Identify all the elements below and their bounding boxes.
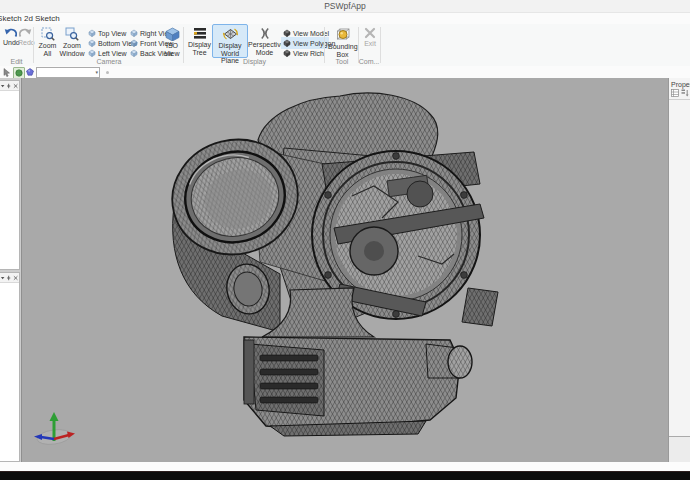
tab-2d-sketch[interactable]: 2d Sketch (24, 14, 60, 23)
view-cube-icon (88, 49, 96, 57)
view-cube-icon (130, 39, 138, 47)
view-mode-cube-icon (283, 39, 291, 47)
properties-toolbar (669, 89, 690, 100)
zoom-all-label: Zoom All (37, 42, 58, 57)
bounding-box-button[interactable]: Bounding Box (327, 24, 358, 58)
exit-button[interactable]: Exit (360, 24, 380, 58)
group-separator (324, 27, 325, 63)
orientation-axis-triad (31, 408, 77, 454)
redo-icon (19, 27, 32, 38)
panel-titlebar (0, 273, 19, 283)
camera-group-label: Camera (36, 58, 182, 65)
display-group-label: Display (186, 58, 323, 65)
ribbon-tab-row: 3d Sketch 2d Sketch (0, 13, 690, 24)
zoom-all-button[interactable]: Zoom All (36, 24, 59, 58)
left-dock-panel-bottom[interactable] (0, 272, 20, 462)
chevron-down-icon: ▾ (95, 70, 98, 75)
display-world-plane-button[interactable]: Display World Plane (212, 24, 248, 58)
3d-viewport[interactable] (21, 78, 669, 462)
left-dock-panel-top[interactable] (0, 80, 20, 270)
zoom-all-icon (41, 27, 55, 41)
properties-panel-title: Properties (669, 78, 690, 89)
point-tool-icon (26, 68, 34, 76)
view-mode-cube-icon (283, 49, 291, 57)
view-cube-icon (88, 39, 96, 47)
group-separator (33, 27, 34, 63)
window-titlebar: PSWpfApp (0, 0, 690, 13)
perspective-mode-label: Perspective Mode (248, 41, 281, 56)
overflow-dot[interactable] (106, 71, 109, 74)
display-tree-icon (193, 27, 207, 40)
zoom-window-label: Zoom Window (59, 42, 85, 57)
bounding-box-label: Bounding Box (328, 43, 357, 58)
close-icon[interactable] (13, 275, 18, 281)
panel-bottom-section (669, 437, 690, 462)
exit-icon (364, 27, 376, 39)
main-area: Properties (0, 78, 690, 462)
edit-group-label: Edit (0, 58, 33, 65)
view-mode-cube-icon (283, 29, 291, 37)
world-plane-icon (223, 27, 238, 41)
view-cube-icon (130, 49, 138, 57)
panel-titlebar (0, 81, 19, 91)
application-window: PSWpfApp 3d Sketch 2d Sketch Undo Redo E… (0, 0, 690, 480)
selection-filter-combobox[interactable]: ▾ (36, 67, 100, 78)
cursor-icon (3, 68, 11, 77)
alphabetical-sort-icon[interactable] (681, 89, 689, 97)
group-separator (380, 27, 381, 63)
iso-view-button[interactable]: ISO View (160, 24, 184, 58)
select-cursor-button[interactable] (2, 67, 12, 77)
pin-icon[interactable] (6, 275, 11, 281)
redo-label: Redo (18, 39, 33, 47)
properties-panel[interactable]: Properties (668, 78, 690, 462)
display-tree-label: Display Tree (187, 41, 212, 56)
redo-button[interactable]: Redo (17, 24, 34, 58)
top-view-label: Top View (98, 30, 126, 37)
view-rich-label: View Rich (293, 50, 324, 57)
perspective-mode-button[interactable]: Perspective Mode (247, 24, 282, 58)
undo-icon (4, 27, 17, 38)
common-group-label: Com... (358, 58, 380, 65)
mesh-tool-icon (15, 69, 23, 77)
view-cube-icon (88, 29, 96, 37)
model-3d-wireframe (22, 78, 669, 462)
zoom-window-icon (65, 27, 79, 41)
categorized-icon[interactable] (671, 89, 679, 97)
undo-label: Undo (3, 39, 18, 47)
view-cube-icon (130, 29, 138, 37)
zoom-window-button[interactable]: Zoom Window (58, 24, 86, 58)
close-icon[interactable] (13, 83, 18, 89)
chevron-down-icon[interactable] (0, 83, 5, 89)
left-view-label: Left View (98, 50, 127, 57)
tool-group-label: Tool (327, 58, 357, 65)
display-tree-button[interactable]: Display Tree (186, 24, 213, 58)
ribbon: Undo Redo Edit Zoom All (0, 24, 690, 67)
point-tool-button[interactable] (25, 67, 35, 77)
chevron-down-icon[interactable] (0, 275, 5, 281)
tab-3d-sketch[interactable]: 3d Sketch (0, 14, 22, 23)
bounding-box-icon (335, 27, 351, 42)
taskbar-strip (0, 471, 690, 480)
iso-view-label: ISO View (161, 42, 183, 57)
exit-label: Exit (361, 40, 379, 48)
group-separator (183, 27, 184, 63)
bottom-strip (0, 462, 690, 471)
window-title: PSWpfApp (324, 1, 366, 11)
iso-view-icon (165, 27, 180, 41)
perspective-mode-icon (258, 27, 272, 40)
pin-icon[interactable] (6, 83, 11, 89)
